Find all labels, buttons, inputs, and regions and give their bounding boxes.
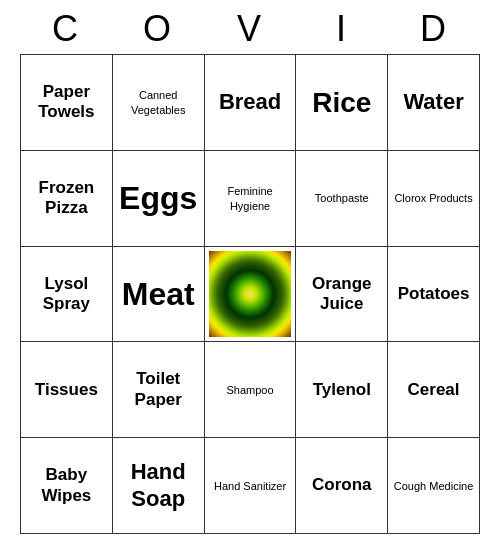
header-v: V <box>204 8 296 50</box>
table-row: Paper Towels Canned Vegetables Bread Ric… <box>21 55 480 151</box>
list-item[interactable]: Tylenol <box>296 342 388 438</box>
list-item[interactable]: Bread <box>204 55 296 151</box>
list-item[interactable]: Orange Juice <box>296 246 388 342</box>
bingo-grid: Paper Towels Canned Vegetables Bread Ric… <box>20 54 480 534</box>
list-item[interactable]: Lysol Spray <box>21 246 113 342</box>
table-row: Tissues Toilet Paper Shampoo Tylenol Cer… <box>21 342 480 438</box>
list-item[interactable]: Water <box>388 55 480 151</box>
list-item[interactable]: Cereal <box>388 342 480 438</box>
list-item[interactable]: Hand Sanitizer <box>204 438 296 534</box>
header-c: C <box>20 8 112 50</box>
list-item[interactable]: Canned Vegetables <box>112 55 204 151</box>
list-item[interactable]: Cough Medicine <box>388 438 480 534</box>
list-item[interactable]: Tissues <box>21 342 113 438</box>
list-item[interactable]: Baby Wipes <box>21 438 113 534</box>
list-item[interactable]: Hand Soap <box>112 438 204 534</box>
free-space[interactable] <box>204 246 296 342</box>
list-item[interactable]: Rice <box>296 55 388 151</box>
table-row: Baby Wipes Hand Soap Hand Sanitizer Coro… <box>21 438 480 534</box>
list-item[interactable]: Clorox Products <box>388 150 480 246</box>
list-item[interactable]: Feminine Hygiene <box>204 150 296 246</box>
list-item[interactable]: Frozen Pizza <box>21 150 113 246</box>
list-item[interactable]: Potatoes <box>388 246 480 342</box>
list-item[interactable]: Eggs <box>112 150 204 246</box>
header-o: O <box>112 8 204 50</box>
list-item[interactable]: Toothpaste <box>296 150 388 246</box>
header-i: I <box>296 8 388 50</box>
table-row: Frozen Pizza Eggs Feminine Hygiene Tooth… <box>21 150 480 246</box>
list-item[interactable]: Toilet Paper <box>112 342 204 438</box>
header-d: D <box>388 8 480 50</box>
list-item[interactable]: Shampoo <box>204 342 296 438</box>
fractal-image <box>209 251 292 338</box>
list-item[interactable]: Corona <box>296 438 388 534</box>
list-item[interactable]: Paper Towels <box>21 55 113 151</box>
table-row: Lysol Spray Meat Orange Juice Potatoes <box>21 246 480 342</box>
list-item[interactable]: Meat <box>112 246 204 342</box>
bingo-header: C O V I D <box>20 0 480 54</box>
